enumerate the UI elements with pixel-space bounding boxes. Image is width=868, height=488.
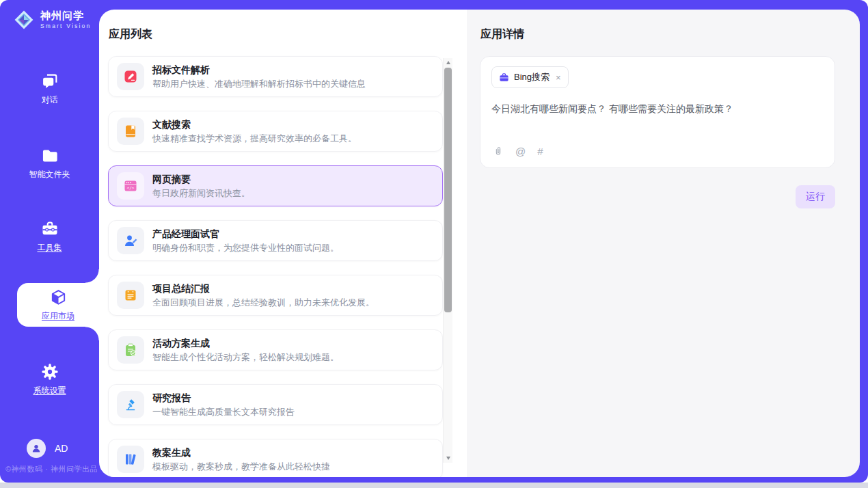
app-card-text: 教案生成 模板驱动，教案秒成，教学准备从此轻松快捷 [152,447,330,472]
triangle-up-icon [446,61,450,64]
app-icon-box [117,227,144,254]
app-card-literature-search[interactable]: 文献搜索 快速精准查找学术资源，提高研究效率的必备工具。 [108,111,443,152]
run-button[interactable]: 运行 [796,185,835,208]
diamond-logo-icon [13,9,35,31]
app-card-desc: 每日政府新闻资讯快查。 [152,188,250,199]
avatar [27,439,46,458]
interviewer-icon [123,233,138,248]
app-card-project-summary[interactable]: 项目总结汇报 全面回顾项目进展，总结经验教训，助力未来优化发展。 [108,275,443,316]
app-card-title: 网页摘要 [152,174,250,185]
sidebar-item-smart-folder[interactable]: 智能文件夹 [0,146,99,178]
sidebar-item-label: 应用市场 [42,310,74,322]
app-card-title: 项目总结汇报 [152,283,375,295]
scrollbar-down-button[interactable] [444,454,452,463]
prompt-editor-card[interactable]: Bing搜索 × 今日湖北有哪些新闻要点？ 有哪些需要关注的最新政策？ @ # [480,56,835,168]
book-icon [123,124,138,139]
app-card-desc: 快速精准查找学术资源，提高研究效率的必备工具。 [152,133,357,144]
brand-name: 神州问学 [40,10,91,22]
app-card-desc: 智能生成个性化活动方案，轻松解决规划难题。 [152,352,339,363]
app-window: 神州问学 Smart Vision 对话 智能文件夹 [0,0,868,483]
toolbox-icon [40,219,59,239]
chat-icon [40,72,59,91]
app-card-title: 教案生成 [152,447,330,459]
app-card-title: 活动方案生成 [152,338,339,349]
app-card-text: 网页摘要 每日政府新闻资讯快查。 [152,174,250,198]
sidebar-item-label: 对话 [42,96,58,104]
app-card-desc: 一键智能生成高质量长文本研究报告 [152,407,295,418]
app-card-lesson-plan[interactable]: 教案生成 模板驱动，教案秒成，教学准备从此轻松快捷 [108,439,443,477]
app-icon-box [117,336,144,364]
list-scrollbar[interactable] [443,58,452,463]
app-card-event-plan[interactable]: 活动方案生成 智能生成个性化活动方案，轻松解决规划难题。 [108,329,443,370]
hashtag-icon[interactable]: # [537,146,543,157]
app-card-desc: 模板驱动，教案秒成，教学准备从此轻松快捷 [152,461,330,472]
app-icon-box: </> [117,172,144,200]
app-card-research-report[interactable]: 研究报告 一键智能生成高质量长文本研究报告 [108,384,443,425]
tool-chip-bing-search[interactable]: Bing搜索 × [491,66,569,88]
app-card-text: 文献搜索 快速精准查找学术资源，提高研究效率的必备工具。 [152,119,357,144]
app-card-text: 产品经理面试官 明确身份和职责，为您提供专业性的面试问题。 [152,228,339,253]
books-icon [123,452,138,467]
microscope-icon [123,397,138,412]
note-icon [123,288,138,303]
copyright-footer: ©神州数码 · 神州问学出品 [5,464,98,474]
mention-icon[interactable]: @ [515,146,526,157]
brand-text: 神州问学 Smart Vision [40,10,91,30]
app-card-title: 产品经理面试官 [152,228,339,240]
app-card-text: 招标文件解析 帮助用户快速、准确地理解和解析招标书中的关键信息 [152,64,366,89]
close-icon[interactable]: × [556,72,561,83]
briefcase-icon [499,72,509,83]
sidebar-item-label: 系统设置 [33,386,66,394]
app-card-web-summary[interactable]: </> 网页摘要 每日政府新闻资讯快查。 [108,165,443,206]
sidebar-item-app-market[interactable]: 应用市场 [17,283,99,327]
app-card-title: 文献搜索 [152,119,357,131]
app-card-text: 项目总结汇报 全面回顾项目进展，总结经验教训，助力未来优化发展。 [152,283,375,308]
tool-chip-label: Bing搜索 [514,71,550,83]
app-card-desc: 帮助用户快速、准确地理解和解析招标书中的关键信息 [152,79,366,90]
gear-icon [40,362,59,381]
brand-subtitle: Smart Vision [40,23,91,29]
sidebar-item-settings[interactable]: 系统设置 [0,362,99,394]
clipboard-check-icon [123,342,138,357]
app-list: 招标文件解析 帮助用户快速、准确地理解和解析招标书中的关键信息 [99,56,467,477]
sidebar-item-chat[interactable]: 对话 [0,72,99,104]
app-icon-box [117,391,144,418]
question-text[interactable]: 今日湖北有哪些新闻要点？ 有哪些需要关注的最新政策？ [491,103,824,116]
scrollbar-up-button[interactable] [444,58,452,67]
triangle-down-icon [446,457,450,460]
svg-text:</>: </> [127,185,135,190]
app-card-text: 研究报告 一键智能生成高质量长文本研究报告 [152,392,295,417]
app-detail-panel: 应用详情 Bing搜索 × 今日湖北有哪些新闻要点？ 有哪些需要关注的最新政策？ [467,10,860,477]
app-card-desc: 全面回顾项目进展，总结经验教训，助力未来优化发展。 [152,297,375,308]
main-content: 应用列表 招标文件解析 帮助用户快速、准确地理解和解析招标书 [99,10,860,477]
scrollbar-thumb[interactable] [444,68,452,312]
browser-code-icon: </> [123,178,138,193]
pen-edit-icon [123,69,138,84]
sidebar: 神州问学 Smart Vision 对话 智能文件夹 [0,0,99,483]
app-card-desc: 明确身份和职责，为您提供专业性的面试问题。 [152,243,339,254]
app-card-title: 研究报告 [152,392,295,404]
person-icon [31,443,42,454]
app-icon-box [117,63,144,90]
attachment-icon[interactable] [493,146,504,157]
brand-logo: 神州问学 Smart Vision [0,0,99,31]
app-icon-box [117,446,144,473]
folder-icon [40,146,59,165]
app-card-pm-interviewer[interactable]: 产品经理面试官 明确身份和职责，为您提供专业性的面试问题。 [108,220,443,261]
composer-toolbar: @ # [493,146,543,157]
app-list-title: 应用列表 [99,10,467,42]
cube-icon [49,288,68,307]
sidebar-item-label: 工具集 [38,243,62,252]
app-list-panel: 应用列表 招标文件解析 帮助用户快速、准确地理解和解析招标书 [99,10,467,477]
page-bottom-strip [0,483,868,488]
app-icon-box [117,282,144,309]
app-card-text: 活动方案生成 智能生成个性化活动方案，轻松解决规划难题。 [152,338,339,362]
app-icon-box [117,118,144,145]
app-card-title: 招标文件解析 [152,64,366,76]
app-card-tender-analysis[interactable]: 招标文件解析 帮助用户快速、准确地理解和解析招标书中的关键信息 [108,56,443,97]
sidebar-item-toolset[interactable]: 工具集 [0,219,99,252]
screen: 神州问学 Smart Vision 对话 智能文件夹 [0,0,868,488]
user-name: AD [55,443,68,454]
app-detail-title: 应用详情 [467,10,860,42]
user-profile[interactable]: AD [27,439,68,458]
